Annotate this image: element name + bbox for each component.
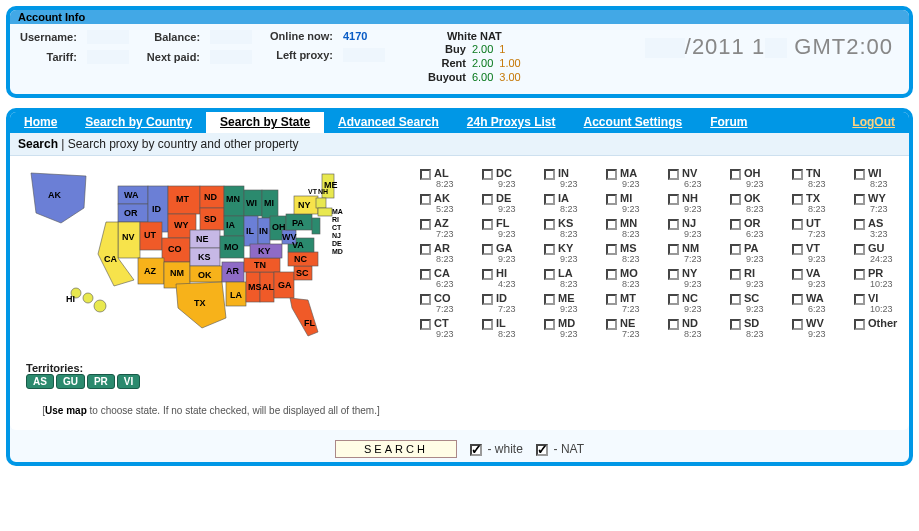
state-checkbox-al[interactable] [420,169,431,180]
state-checkbox-ct[interactable] [420,319,431,330]
state-cell-vt: VT9:23 [792,243,846,264]
territory-pill-gu[interactable]: GU [56,374,85,389]
nav-home[interactable]: Home [10,112,71,133]
nav-logout[interactable]: LogOut [838,112,909,133]
state-checkbox-wv[interactable] [792,319,803,330]
territory-pill-pr[interactable]: PR [87,374,115,389]
state-time: 8:23 [684,330,722,339]
state-checkbox-pa[interactable] [730,244,741,255]
state-checkbox-il[interactable] [482,319,493,330]
nav-account-settings[interactable]: Account Settings [570,112,697,133]
search-button[interactable]: SEARCH [335,440,457,458]
nav-24h-list[interactable]: 24h Proxys List [453,112,570,133]
state-checkbox-co[interactable] [420,294,431,305]
state-abbr: MT [620,292,636,304]
state-checkbox-sd[interactable] [730,319,741,330]
state-abbr: AL [434,167,449,179]
state-checkbox-ky[interactable] [544,244,555,255]
state-checkbox-in[interactable] [544,169,555,180]
state-checkbox-ca[interactable] [420,269,431,280]
state-checkbox-nc[interactable] [668,294,679,305]
state-checkbox-oh[interactable] [730,169,741,180]
state-cell-other: Other [854,318,908,339]
state-abbr: NH [682,192,698,204]
state-checkbox-ms[interactable] [606,244,617,255]
state-checkbox-hi[interactable] [482,269,493,280]
state-checkbox-ny[interactable] [668,269,679,280]
state-cell-oh: OH9:23 [730,168,784,189]
nav-search-country[interactable]: Search by Country [71,112,206,133]
state-checkbox-nv[interactable] [668,169,679,180]
state-checkbox-id[interactable] [482,294,493,305]
state-checkbox-va[interactable] [792,269,803,280]
nat-checkbox[interactable] [536,444,548,456]
state-checkbox-other[interactable] [854,319,865,330]
state-checkbox-ut[interactable] [792,219,803,230]
nat-label: - NAT [554,442,584,456]
state-time: 9:23 [746,280,784,289]
state-checkbox-ar[interactable] [420,244,431,255]
state-checkbox-tn[interactable] [792,169,803,180]
state-checkbox-vt[interactable] [792,244,803,255]
state-checkbox-ri[interactable] [730,269,741,280]
state-checkbox-md[interactable] [544,319,555,330]
territory-pill-vi[interactable]: VI [117,374,140,389]
state-checkbox-mn[interactable] [606,219,617,230]
search-row: SEARCH - white - NAT [10,430,909,462]
state-checkbox-or[interactable] [730,219,741,230]
state-abbr: LA [558,267,573,279]
state-checkbox-mt[interactable] [606,294,617,305]
state-checkbox-ga[interactable] [482,244,493,255]
state-checkbox-gu[interactable] [854,244,865,255]
state-checkbox-wy[interactable] [854,194,865,205]
server-time: /2011 1 GMT2:00 [645,30,899,60]
nav-advanced-search[interactable]: Advanced Search [324,112,453,133]
state-cell-co: CO7:23 [420,293,474,314]
state-checkbox-vi[interactable] [854,294,865,305]
state-checkbox-az[interactable] [420,219,431,230]
state-cell-de: DE9:23 [482,193,536,214]
state-checkbox-pr[interactable] [854,269,865,280]
state-checkbox-nj[interactable] [668,219,679,230]
state-checkbox-wa[interactable] [792,294,803,305]
state-checkbox-la[interactable] [544,269,555,280]
state-checkbox-dc[interactable] [482,169,493,180]
nav-search-state[interactable]: Search by State [206,112,324,133]
state-checkbox-mo[interactable] [606,269,617,280]
balance-value [210,30,252,44]
state-checkbox-mi[interactable] [606,194,617,205]
state-checkbox-me[interactable] [544,294,555,305]
state-checkbox-ma[interactable] [606,169,617,180]
state-abbr: Other [868,317,897,329]
state-checkbox-ok[interactable] [730,194,741,205]
state-cell-ok: OK8:23 [730,193,784,214]
state-checkbox-nd[interactable] [668,319,679,330]
white-checkbox[interactable] [470,444,482,456]
state-cell-ct: CT9:23 [420,318,474,339]
state-time: 9:23 [436,330,474,339]
us-map[interactable]: AK WA OR ID MT ND SD MN WI MI NV CA UT W… [26,168,396,358]
nav-forum[interactable]: Forum [696,112,761,133]
state-checkbox-ks[interactable] [544,219,555,230]
state-checkbox-nm[interactable] [668,244,679,255]
state-checkbox-sc[interactable] [730,294,741,305]
state-abbr: GA [496,242,513,254]
state-cell-wa: WA6:23 [792,293,846,314]
state-checkbox-tx[interactable] [792,194,803,205]
state-checkbox-ak[interactable] [420,194,431,205]
territory-pill-as[interactable]: AS [26,374,54,389]
state-abbr: HI [496,267,507,279]
state-checkbox-ne[interactable] [606,319,617,330]
svg-rect-32 [274,272,294,298]
state-checkbox-ia[interactable] [544,194,555,205]
state-cell-ak: AK5:23 [420,193,474,214]
us-map-svg[interactable] [26,168,396,358]
state-checkbox-as[interactable] [854,219,865,230]
state-checkbox-nh[interactable] [668,194,679,205]
svg-rect-36 [282,230,296,244]
svg-rect-17 [224,216,244,236]
state-checkbox-wi[interactable] [854,169,865,180]
state-abbr: IL [496,317,506,329]
state-checkbox-fl[interactable] [482,219,493,230]
state-checkbox-de[interactable] [482,194,493,205]
